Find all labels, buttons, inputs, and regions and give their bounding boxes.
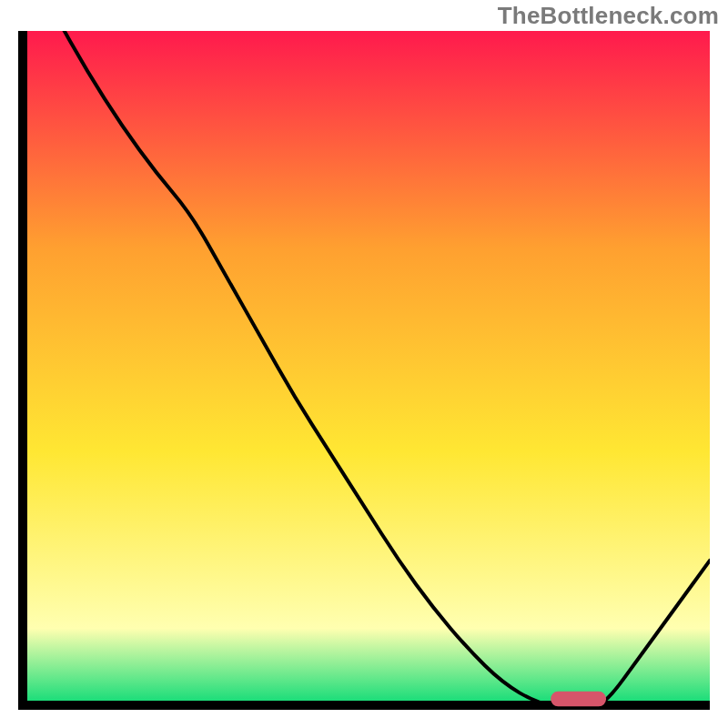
plot-svg	[18, 31, 710, 710]
bottleneck-curve	[18, 31, 710, 710]
watermark-text: TheBottleneck.com	[498, 2, 719, 30]
optimal-range-marker	[551, 692, 606, 706]
plot-area	[18, 31, 710, 710]
chart-container: TheBottleneck.com	[0, 0, 728, 728]
